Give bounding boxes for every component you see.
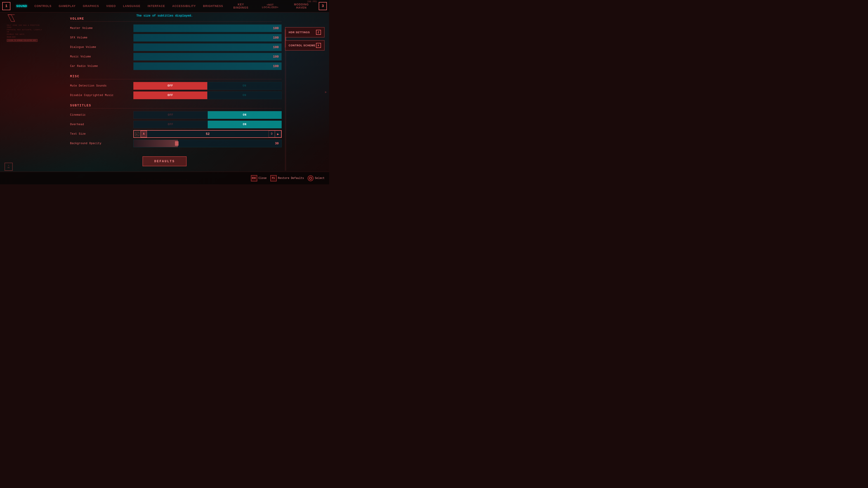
dialogue-volume-fill: [133, 43, 281, 51]
cinematic-on[interactable]: ON: [208, 111, 282, 119]
logo-badge[interactable]: CLICK TO SPREAD COLLECTED A55: [7, 39, 37, 42]
mute-detection-row: Mute Detection Sounds OFF ON: [70, 81, 282, 91]
disable-copyright-toggle[interactable]: OFF ON: [133, 92, 282, 99]
tab-controls[interactable]: CONTROLS: [31, 3, 55, 9]
dialogue-volume-value: 100: [273, 45, 279, 49]
restore-defaults-action[interactable]: F1 Restore Defaults: [270, 175, 304, 182]
hdr-settings-label: HDR SETTINGS: [289, 31, 310, 34]
car-radio-value: 100: [273, 64, 279, 68]
overhead-control[interactable]: OFF ON: [133, 121, 282, 128]
version-number: 85: [7, 167, 10, 169]
text-size-decrease-btn[interactable]: A: [141, 131, 147, 137]
svg-point-4: [309, 177, 312, 180]
master-volume-label: Master Volume: [70, 27, 133, 30]
tab-modding-haven[interactable]: MODDING HAVEN: [286, 2, 317, 11]
overhead-label: Overhead: [70, 123, 133, 126]
tab-language[interactable]: LANGUAGE: [120, 3, 144, 9]
text-size-row: Text Size ≡ A 52 D ▶: [70, 129, 282, 139]
control-scheme-button[interactable]: CONTROL SCHEME X: [285, 40, 324, 51]
overhead-toggle[interactable]: OFF ON: [133, 121, 282, 128]
control-key-badge: X: [316, 43, 321, 48]
logo-code: 6520-A44: [7, 36, 43, 38]
volume-section: Volume Master Volume 100 SFX Volume 100: [70, 17, 282, 71]
music-volume-row: Music Volume 100: [70, 52, 282, 61]
mute-detection-on[interactable]: ON: [207, 82, 282, 90]
sfx-volume-slider[interactable]: 100: [133, 34, 282, 41]
dialogue-volume-slider[interactable]: 100: [133, 43, 282, 51]
tab-gameplay[interactable]: GAMEPLAY: [56, 3, 79, 9]
sfx-volume-control[interactable]: 100: [133, 34, 282, 41]
car-radio-fill: [133, 63, 281, 70]
cinematic-label: Cinematic: [70, 113, 133, 117]
select-key-icon[interactable]: [308, 175, 313, 181]
logo-text3: DOUBLE THE WAYS: [7, 33, 43, 35]
bg-opacity-thumb[interactable]: [175, 141, 179, 146]
bottom-bar: ESC Close F1 Restore Defaults Select: [0, 172, 329, 184]
tab-sound[interactable]: SOUND: [13, 3, 30, 9]
tab-brightness[interactable]: BRIGHTNESS: [200, 3, 226, 9]
disable-copyright-off[interactable]: OFF: [133, 92, 207, 99]
close-action[interactable]: ESC Close: [251, 175, 267, 182]
bg-opacity-slider[interactable]: 30: [133, 140, 282, 147]
music-volume-label: Music Volume: [70, 55, 133, 58]
nav-box-left: 1: [2, 2, 10, 10]
nav-tabs: SOUND CONTROLS GAMEPLAY GRAPHICS VIDEO L…: [13, 2, 317, 11]
master-volume-fill: [133, 25, 281, 32]
overhead-off[interactable]: OFF: [133, 121, 208, 128]
music-volume-value: 100: [273, 55, 279, 59]
tab-not-localized[interactable]: <NOT LOCALIZED>: [255, 2, 285, 10]
overhead-on[interactable]: ON: [208, 121, 282, 128]
close-label: Close: [258, 177, 267, 180]
restore-key-badge[interactable]: F1: [270, 175, 277, 182]
control-scheme-label: CONTROL SCHEME: [289, 44, 315, 47]
text-size-value: 52: [147, 132, 269, 136]
logo-area: ONLY ZONE 166 HAS A POSITIVE IDEA PROTOC…: [7, 13, 43, 42]
sfx-volume-row: SFX Volume 100: [70, 33, 282, 42]
subtitles-section: Subtitles Cinematic OFF ON Overhead OFF …: [70, 104, 282, 148]
master-volume-control[interactable]: 100: [133, 24, 282, 32]
sfx-volume-fill: [133, 34, 281, 41]
cinematic-toggle[interactable]: OFF ON: [133, 111, 282, 119]
svg-marker-0: [8, 15, 15, 22]
bg-opacity-control-wrap[interactable]: 30: [133, 140, 282, 147]
restore-label: Restore Defaults: [278, 177, 304, 180]
text-size-label: Text Size: [70, 132, 133, 135]
master-volume-slider[interactable]: 100: [133, 24, 282, 32]
car-radio-slider[interactable]: 100: [133, 62, 282, 70]
music-volume-control[interactable]: 100: [133, 53, 282, 61]
select-action[interactable]: Select: [308, 175, 324, 181]
disable-copyright-control[interactable]: OFF ON: [133, 92, 282, 99]
tab-graphics[interactable]: GRAPHICS: [80, 3, 102, 9]
tab-accessibility[interactable]: ACCESSIBILITY: [169, 3, 199, 9]
text-size-d-btn[interactable]: D: [269, 131, 275, 137]
dialogue-volume-control[interactable]: 100: [133, 43, 282, 51]
text-size-control-wrap[interactable]: ≡ A 52 D ▶: [133, 130, 282, 138]
hdr-settings-button[interactable]: HDR SETTINGS Z: [285, 27, 324, 37]
text-size-icon: ≡: [134, 131, 141, 137]
car-radio-control[interactable]: 100: [133, 62, 282, 70]
mute-detection-off[interactable]: OFF: [133, 82, 207, 90]
top-navigation: 1 SOUND CONTROLS GAMEPLAY GRAPHICS VIDEO…: [0, 0, 329, 12]
nav-box-right: 3: [319, 2, 327, 10]
bg-opacity-label: Background Opacity: [70, 142, 133, 145]
cinematic-control[interactable]: OFF ON: [133, 111, 282, 119]
misc-section: Misc Mute Detection Sounds OFF ON Disabl…: [70, 74, 282, 100]
music-volume-slider[interactable]: 100: [133, 53, 282, 61]
dialogue-volume-row: Dialogue Volume 100: [70, 42, 282, 52]
tab-key-bindings[interactable]: KEY BINDINGS: [227, 2, 254, 11]
defaults-button[interactable]: DEFAULTS: [143, 156, 186, 166]
mute-detection-control[interactable]: OFF ON: [133, 82, 282, 90]
subtitles-section-title: Subtitles: [70, 104, 282, 108]
mute-detection-toggle[interactable]: OFF ON: [133, 82, 282, 90]
text-size-arrow-btn[interactable]: ▶: [275, 131, 281, 137]
disable-copyright-on[interactable]: ON: [207, 92, 282, 99]
close-key-badge[interactable]: ESC: [251, 175, 257, 182]
tab-interface[interactable]: INTERFACE: [145, 3, 168, 9]
master-volume-value: 100: [273, 26, 279, 30]
tab-video[interactable]: VIDEO: [103, 3, 119, 9]
cinematic-off[interactable]: OFF: [133, 111, 208, 119]
text-size-control[interactable]: ≡ A 52 D ▶: [133, 130, 282, 138]
misc-section-title: Misc: [70, 74, 282, 79]
music-volume-fill: [133, 53, 281, 60]
fps-counter: 296 FPS: [307, 0, 317, 3]
